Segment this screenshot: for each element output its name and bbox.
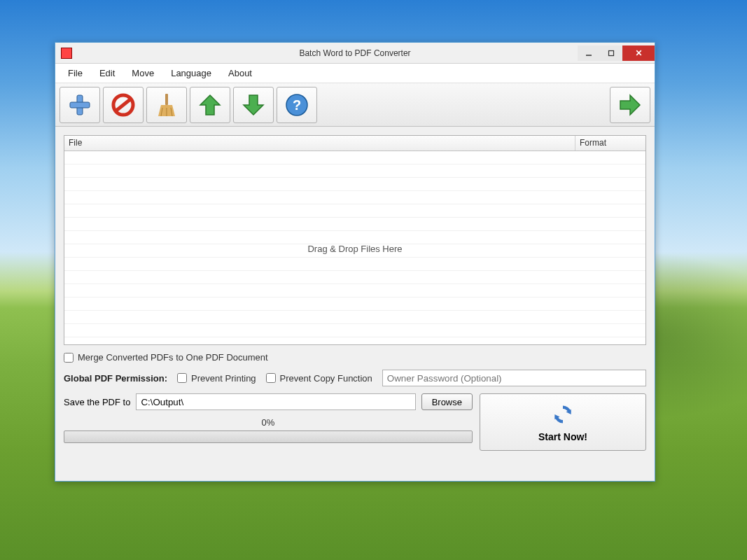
prevent-print-label: Prevent Printing	[191, 373, 256, 384]
help-button[interactable]: ?	[277, 87, 317, 123]
minimize-icon	[585, 50, 592, 57]
progress-area: 0%	[64, 417, 473, 443]
prevent-copy-label: Prevent Copy Function	[280, 373, 372, 384]
refresh-icon	[550, 402, 575, 427]
broom-icon	[153, 91, 181, 119]
browse-button[interactable]: Browse	[421, 393, 473, 410]
start-button[interactable]: Start Now!	[480, 393, 646, 451]
clear-button[interactable]	[146, 87, 187, 123]
prevent-copy-checkbox[interactable]	[266, 373, 276, 383]
save-row: Save the PDF to Browse 0% Start Now!	[64, 393, 646, 451]
add-button[interactable]	[60, 87, 100, 123]
save-path-label: Save the PDF to	[64, 397, 130, 407]
table-header: File Format	[64, 136, 645, 151]
app-window: Batch Word to PDF Converter File Edit Mo…	[55, 42, 655, 482]
minimize-button[interactable]	[578, 46, 600, 61]
move-up-button[interactable]	[190, 87, 230, 123]
menu-move[interactable]: Move	[125, 65, 161, 81]
svg-rect-5	[70, 102, 90, 108]
maximize-button[interactable]	[600, 46, 622, 61]
start-label: Start Now!	[538, 431, 587, 442]
menu-edit[interactable]: Edit	[92, 65, 122, 81]
arrow-down-icon	[239, 91, 267, 119]
progress-text: 0%	[262, 417, 275, 428]
svg-line-7	[116, 99, 130, 111]
titlebar[interactable]: Batch Word to PDF Converter	[55, 43, 655, 64]
menu-language[interactable]: Language	[164, 65, 218, 81]
window-controls	[578, 46, 655, 61]
table-body[interactable]: Drag & Drop Files Here	[64, 151, 645, 344]
svg-rect-8	[165, 94, 168, 105]
menu-about[interactable]: About	[221, 65, 259, 81]
save-left: Save the PDF to Browse 0%	[64, 393, 473, 443]
help-icon: ?	[283, 91, 311, 119]
menubar: File Edit Move Language About	[55, 64, 655, 83]
close-icon	[635, 49, 643, 57]
app-icon	[61, 48, 72, 59]
convert-button[interactable]	[610, 87, 650, 123]
drop-hint: Drag & Drop Files Here	[64, 244, 645, 254]
file-table[interactable]: File Format Drag & Drop Files Here	[64, 135, 646, 345]
merge-checkbox[interactable]	[64, 353, 74, 363]
svg-rect-1	[609, 50, 614, 55]
permission-row: Global PDF Permission: Prevent Printing …	[64, 370, 646, 386]
save-path-input[interactable]	[136, 393, 415, 410]
remove-button[interactable]	[103, 87, 144, 123]
column-file[interactable]: File	[64, 136, 575, 150]
move-down-button[interactable]	[233, 87, 274, 123]
progress-bar	[64, 430, 473, 443]
owner-password-input[interactable]	[382, 370, 646, 386]
menu-file[interactable]: File	[61, 65, 90, 81]
prevent-print-checkbox[interactable]	[177, 373, 187, 383]
save-path-row: Save the PDF to Browse	[64, 393, 473, 410]
window-title: Batch Word to PDF Converter	[55, 48, 655, 58]
content-area: File Format Drag & Drop Files Here Merge…	[55, 127, 655, 481]
permission-label: Global PDF Permission:	[64, 373, 167, 384]
arrow-right-icon	[616, 91, 644, 119]
column-format[interactable]: Format	[575, 136, 645, 150]
merge-row: Merge Converted PDFs to One PDF Document	[64, 352, 646, 363]
toolbar: ?	[55, 83, 655, 127]
plus-icon	[66, 91, 94, 119]
close-button[interactable]	[622, 46, 655, 61]
arrow-up-icon	[196, 91, 224, 119]
maximize-icon	[608, 50, 615, 57]
svg-text:?: ?	[293, 97, 301, 113]
merge-label: Merge Converted PDFs to One PDF Document	[78, 352, 268, 363]
forbidden-icon	[109, 91, 137, 119]
